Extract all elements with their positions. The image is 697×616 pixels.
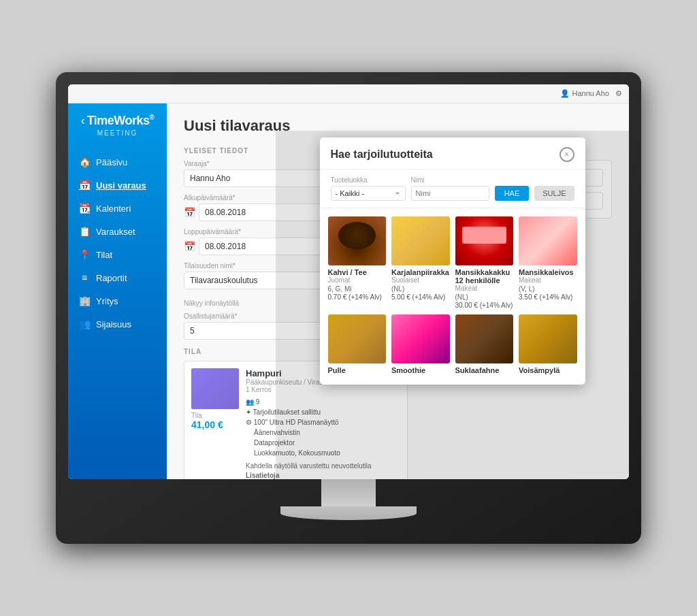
product-image — [519, 216, 577, 265]
modal-overlay: Hae tarjoilutuotteita × Tuoteluokka - Ka… — [276, 131, 629, 479]
user-icon: 👤 — [560, 89, 570, 97]
product-name: Voisämpylä — [519, 366, 577, 374]
product-card[interactable]: MansikkaleivosMakeat(V, L)3.50 € (+14% A… — [519, 216, 577, 309]
nakyy-label: Näkyy infonäytöllä — [184, 299, 239, 307]
sidebar-item-uusi-varaus[interactable]: 📅 Uusi varaus — [68, 174, 167, 197]
main-content: Uusi tilavaraus YLEISET TIEDOT Varaaja* — [167, 103, 629, 479]
product-image — [391, 216, 450, 265]
sidebar-item-sijaisuus[interactable]: 👥 Sijaisuus — [68, 312, 167, 336]
nimi-label: Nimi — [411, 176, 489, 184]
room-price-label: Tila — [191, 412, 202, 419]
location-icon: 📍 — [78, 248, 91, 261]
product-name: Pulle — [328, 366, 387, 374]
hae-button[interactable]: HAE — [495, 186, 530, 201]
product-image — [455, 216, 514, 265]
settings-icon[interactable]: ⚙ — [615, 89, 622, 97]
product-name: Kahvi / Tee — [328, 268, 387, 276]
sidebar-item-paasivu[interactable]: 🏠 Pääsivu — [68, 150, 167, 174]
nav-label-uusi-varaus: Uusi varaus — [96, 180, 146, 191]
modal-search-bar: Tuoteluokka - Kaikki - Nimi HAE — [320, 169, 585, 208]
product-image — [328, 216, 387, 265]
product-subcategory: Juomat — [328, 276, 387, 284]
username: Hannu Aho — [572, 89, 609, 97]
logo-area: ‹ TimeWorks® MEETING — [81, 114, 155, 137]
product-card[interactable]: Mansikkakakku 12 henkilölleMakeat(NL)30.… — [455, 216, 514, 309]
calendar-icon: 📆 — [78, 202, 91, 214]
nimi-search-input[interactable] — [411, 186, 489, 201]
sulje-button[interactable]: SULJE — [534, 186, 574, 201]
nav-label-yritys: Yritys — [96, 296, 118, 306]
logo-name: TimeWorks® — [87, 114, 155, 128]
nav-label-sijaisuus: Sijaisuus — [96, 319, 131, 329]
modal-title: Hae tarjoilutuotteita — [331, 148, 433, 161]
product-subcategory: Suolaiset — [391, 276, 450, 284]
sidebar-item-tilat[interactable]: 📍 Tilat — [68, 243, 167, 266]
product-size: (V, L) — [519, 285, 577, 293]
logo-subtitle: MEETING — [97, 129, 138, 137]
product-card[interactable]: Voisämpylä — [519, 314, 577, 376]
list-icon: 📋 — [78, 225, 91, 238]
product-price: 0.70 € (+14% Alv) — [328, 293, 387, 301]
sidebar-item-raportit[interactable]: ≡ Raportit — [68, 266, 167, 289]
calendar-input-icon-2: 📅 — [184, 241, 195, 252]
sidebar-item-yritys[interactable]: 🏢 Yritys — [68, 289, 167, 312]
product-image — [455, 314, 514, 363]
product-image — [519, 314, 577, 363]
product-price: 3.50 € (+14% Alv) — [519, 293, 577, 301]
nav-label-kalenteri: Kalenteri — [96, 204, 131, 214]
company-icon: 🏢 — [78, 295, 91, 307]
nav-label-raportit: Raportit — [96, 273, 127, 283]
home-icon: 🏠 — [78, 156, 91, 168]
product-price: 5.00 € (+14% Alv) — [391, 293, 450, 301]
calendar-input-icon: 📅 — [184, 207, 195, 218]
product-card[interactable]: Suklaafahne — [455, 314, 514, 376]
product-card[interactable]: Smoothie — [391, 314, 450, 376]
product-grid: Kahvi / TeeJuomat6, G, Mi0.70 € (+14% Al… — [320, 208, 585, 385]
product-card[interactable]: Kahvi / TeeJuomat6, G, Mi0.70 € (+14% Al… — [328, 216, 387, 309]
sidebar-item-varaukset[interactable]: 📋 Varaukset — [68, 220, 167, 243]
people-icon: 👥 — [78, 318, 91, 330]
tuoteluokka-label: Tuoteluokka — [331, 176, 406, 184]
product-price: 30.00 € (+14% Alv) — [455, 302, 514, 309]
capacity-icon: 👥 — [246, 398, 254, 406]
product-name: Mansikkaleivos — [519, 268, 577, 276]
nav-label-paasivu: Pääsivu — [96, 157, 127, 167]
product-name: Mansikkakakku 12 henkilölle — [455, 268, 514, 285]
product-name: Karjalanpiirakka — [391, 268, 450, 276]
modal-close-button[interactable]: × — [560, 147, 574, 162]
product-card[interactable]: KarjalanpiirakkaSuolaiset(NL)5.00 € (+14… — [391, 216, 450, 309]
sidebar-item-kalenteri[interactable]: 📆 Kalenteri — [68, 197, 167, 220]
product-image — [328, 314, 387, 363]
product-image — [391, 314, 450, 363]
room-image — [191, 368, 239, 409]
product-name: Suklaafahne — [455, 366, 514, 374]
product-name: Smoothie — [391, 366, 450, 374]
close-icon: × — [564, 150, 569, 159]
tuoteluokka-select[interactable]: - Kaikki - — [331, 186, 406, 201]
nav-label-tilat: Tilat — [96, 250, 112, 260]
sidebar: ‹ TimeWorks® MEETING 🏠 Pääsivu 📅 U — [68, 103, 167, 479]
product-search-modal: Hae tarjoilutuotteita × Tuoteluokka - Ka… — [320, 137, 585, 385]
user-info: 👤 Hannu Aho ⚙ — [560, 89, 622, 98]
product-size: 6, G, Mi — [328, 285, 387, 293]
product-subcategory: Makeat — [455, 285, 514, 292]
top-bar: 👤 Hannu Aho ⚙ — [68, 84, 629, 103]
room-price: 41,00 € — [191, 419, 223, 430]
report-icon: ≡ — [78, 272, 91, 284]
modal-header: Hae tarjoilutuotteita × — [320, 137, 585, 169]
logo-icon: ‹ — [81, 114, 85, 128]
calendar-plus-icon: 📅 — [78, 179, 91, 191]
nav-label-varaukset: Varaukset — [96, 227, 135, 237]
product-size: (NL) — [455, 293, 514, 301]
product-subcategory: Makeat — [519, 276, 577, 284]
product-card[interactable]: Pulle — [328, 314, 387, 376]
product-size: (NL) — [391, 285, 450, 293]
